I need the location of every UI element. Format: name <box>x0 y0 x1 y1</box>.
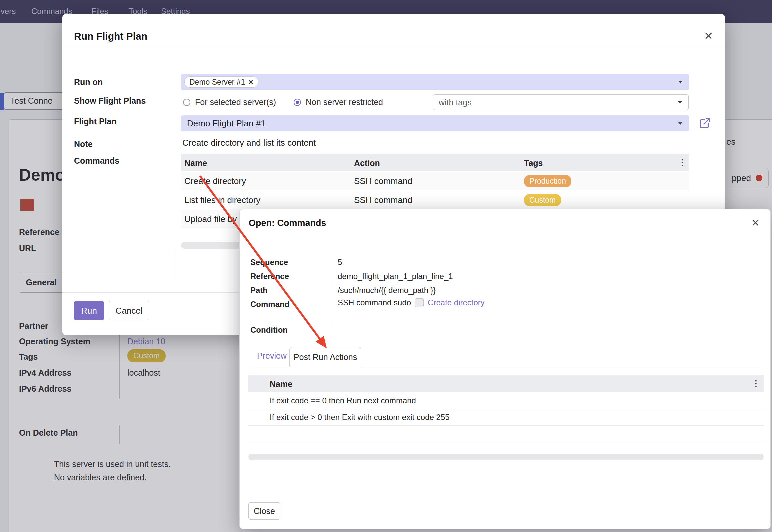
tag-badge: Production <box>524 175 571 187</box>
cell-name: If exit code == 0 then Run next command <box>270 396 416 405</box>
tab-post-run-actions[interactable]: Post Run Actions <box>289 347 361 367</box>
with-tags-filter-input[interactable]: with tags <box>433 94 689 110</box>
sequence-label: Sequence <box>250 258 288 267</box>
table-row-empty <box>248 426 764 441</box>
path-label: Path <box>250 286 268 295</box>
chevron-down-icon[interactable] <box>678 101 682 104</box>
table-header-row: Name Action Tags ⋮ <box>181 154 689 171</box>
run-on-server-input[interactable]: Demo Server #1 ✕ <box>181 74 689 90</box>
reference-label: Reference <box>250 272 289 281</box>
field-separator <box>332 298 332 312</box>
sequence-value: 5 <box>338 258 342 267</box>
chevron-down-icon[interactable] <box>678 81 683 83</box>
command-value: SSH command sudo <box>338 298 411 307</box>
run-button[interactable]: Run <box>74 301 104 320</box>
flight-plan-description: Create directory and list its content <box>182 138 316 148</box>
close-button[interactable]: Close <box>248 502 280 520</box>
cell-action: SSH command <box>354 176 412 186</box>
radio-for-selected-servers[interactable] <box>183 99 190 106</box>
flight-plan-value: Demo Flight Plan #1 <box>187 118 266 129</box>
flight-plan-label: Flight Plan <box>74 117 117 126</box>
server-chip[interactable]: Demo Server #1 ✕ <box>184 76 258 88</box>
table-options-kebab-icon[interactable]: ⋮ <box>752 379 760 388</box>
tab-preview[interactable]: Preview <box>257 351 287 361</box>
radio-non-server-restricted-label[interactable]: Non server restricted <box>306 97 383 107</box>
field-separator <box>332 256 332 270</box>
dialog-header <box>62 14 725 46</box>
external-link-icon[interactable] <box>699 117 711 129</box>
cell-name: List files in directory <box>184 195 260 205</box>
field-separator <box>332 270 332 284</box>
field-separator <box>332 324 332 337</box>
radio-for-selected-servers-label[interactable]: For selected server(s) <box>195 97 276 107</box>
server-chip-label: Demo Server #1 <box>189 78 245 87</box>
chevron-down-icon[interactable] <box>678 122 683 125</box>
commands-label: Commands <box>74 156 119 166</box>
table-row[interactable]: If exit code > 0 then Exit with custom e… <box>248 409 764 426</box>
command-value-row: SSH command sudo Create directory <box>338 298 485 307</box>
post-run-actions-table: Name ⋮ If exit code == 0 then Run next c… <box>248 375 764 441</box>
table-row[interactable]: List files in directory SSH command Cust… <box>181 190 689 209</box>
path-value: /such/much/{{ demo_path }} <box>338 286 436 295</box>
show-flight-plans-label: Show Flight Plans <box>74 96 146 106</box>
open-commands-dialog: Open: Commands ✕ Sequence 5 Reference de… <box>239 209 771 529</box>
dialog-title: Run Flight Plan <box>74 31 147 42</box>
close-icon[interactable]: ✕ <box>751 218 760 228</box>
cell-name: Upload file by <box>184 214 237 224</box>
col-name[interactable]: Name <box>270 379 292 389</box>
create-directory-link[interactable]: Create directory <box>428 298 485 307</box>
col-name[interactable]: Name <box>184 158 207 168</box>
dialog-title: Open: Commands <box>249 218 326 228</box>
col-action[interactable]: Action <box>354 158 380 168</box>
with-tags-filter-value: with tags <box>439 98 472 107</box>
field-separator <box>332 284 332 298</box>
create-directory-checkbox[interactable] <box>415 298 424 307</box>
screen: vers Commands Files Tools Settings Test … <box>0 0 772 532</box>
reference-value: demo_flight_plan_1_plan_line_1 <box>338 272 453 281</box>
radio-non-server-restricted[interactable] <box>294 99 301 106</box>
close-icon[interactable]: ✕ <box>704 31 713 41</box>
table-row[interactable]: If exit code == 0 then Run next command <box>248 392 764 409</box>
cell-name: If exit code > 0 then Exit with custom e… <box>270 413 450 422</box>
col-tags[interactable]: Tags <box>524 158 543 168</box>
cell-name: Create directory <box>184 176 246 186</box>
table-row[interactable]: Create directory SSH command Production <box>181 171 689 190</box>
condition-label: Condition <box>250 325 288 335</box>
remove-chip-icon[interactable]: ✕ <box>248 78 253 86</box>
table-options-kebab-icon[interactable]: ⋮ <box>678 158 687 167</box>
tag-badge: Custom <box>524 194 561 206</box>
horizontal-scrollbar[interactable] <box>248 454 764 460</box>
cell-action: SSH command <box>354 195 412 205</box>
flight-plan-select[interactable]: Demo Flight Plan #1 <box>181 115 689 131</box>
command-label: Command <box>250 300 289 309</box>
note-label: Note <box>74 139 93 149</box>
cancel-button[interactable]: Cancel <box>109 301 149 320</box>
tab-post-run-actions-label: Post Run Actions <box>294 352 357 362</box>
label-column-separator <box>176 249 176 281</box>
table-header-row: Name ⋮ <box>248 375 764 392</box>
run-on-label: Run on <box>74 77 103 87</box>
